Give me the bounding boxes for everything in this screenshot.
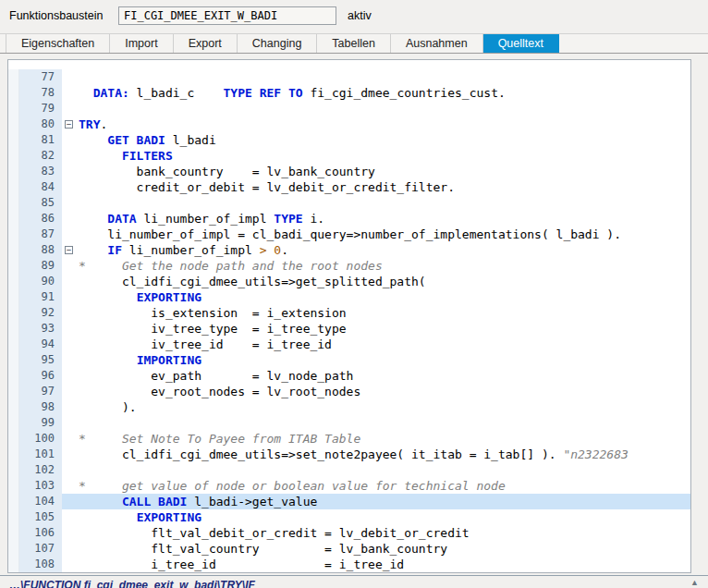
fold-collapse-icon[interactable]: −	[65, 246, 73, 254]
code-line-92[interactable]: 92 is_extension = i_extension	[8, 305, 690, 321]
line-number: 82	[19, 148, 62, 164]
fold-collapse-icon[interactable]: −	[65, 120, 73, 129]
tab-ausnahmen[interactable]: Ausnahmen	[391, 34, 483, 53]
line-number: 87	[19, 227, 62, 242]
tab-eigenschaften[interactable]: Eigenschaften	[6, 34, 110, 53]
fold-column	[62, 195, 79, 211]
code-line-79[interactable]: 79	[8, 101, 690, 116]
tab-tabellen[interactable]: Tabellen	[317, 34, 391, 53]
editor-left-margin	[8, 305, 19, 321]
line-number: 89	[19, 258, 62, 274]
code-line-96[interactable]: 96 ev_path = lv_node_path	[8, 368, 690, 384]
editor-left-margin	[8, 384, 19, 399]
code-line-93[interactable]: 93 iv_tree_type = i_tree_type	[8, 321, 690, 337]
line-number: 84	[19, 179, 62, 195]
line-number: 93	[19, 321, 62, 337]
code-text: CALL BADI l_badi->get_value	[79, 494, 690, 509]
code-line-103[interactable]: 103* get value of node or boolean value …	[8, 478, 690, 494]
code-line-88[interactable]: 88− IF li_number_of_impl > 0.	[8, 242, 690, 258]
code-line-91[interactable]: 91 EXPORTING	[8, 289, 690, 305]
function-module-label: Funktionsbaustein	[9, 9, 118, 22]
code-text: ev_root_nodes = lv_root_nodes	[79, 384, 690, 399]
fold-column: −	[62, 242, 79, 258]
code-text: * Get the node path and the root nodes	[79, 258, 690, 274]
editor-left-margin	[8, 494, 19, 509]
code-line-108[interactable]: 108 i_tree_id = i_tree_id	[8, 557, 690, 572]
line-number: 103	[19, 478, 62, 494]
code-text	[79, 101, 690, 116]
header-bar: Funktionsbaustein aktiv	[0, 0, 708, 31]
function-name-input[interactable]	[118, 6, 336, 25]
fold-column	[62, 321, 79, 337]
code-line-94[interactable]: 94 iv_tree_id = i_tree_id	[8, 337, 690, 352]
code-line-102[interactable]: 102	[8, 462, 690, 478]
code-line-81[interactable]: 81 GET BADI l_badi	[8, 132, 690, 148]
code-text: IMPORTING	[79, 352, 690, 368]
line-number: 100	[19, 431, 62, 447]
line-number: 104	[19, 494, 62, 509]
fold-column	[62, 258, 79, 274]
tab-import[interactable]: Import	[110, 34, 173, 53]
line-number: 106	[19, 525, 62, 541]
code-line-100[interactable]: 100* Set Note To Payee from ITAB Table	[8, 431, 690, 447]
code-line-82[interactable]: 82 FILTERS	[8, 148, 690, 164]
tab-export[interactable]: Export	[174, 34, 238, 53]
code-text: DATA: l_badi_c TYPE REF TO fi_cgi_dmee_c…	[79, 85, 690, 101]
line-number: 80	[19, 116, 62, 132]
abap-source-editor[interactable]: 7778 DATA: l_badi_c TYPE REF TO fi_cgi_d…	[7, 59, 691, 573]
code-line-105[interactable]: 105 EXPORTING	[8, 509, 690, 525]
editor-lines: 7778 DATA: l_badi_c TYPE REF TO fi_cgi_d…	[8, 69, 690, 572]
code-line-87[interactable]: 87 li_number_of_impl = cl_badi_query=>nu…	[8, 227, 690, 242]
fold-column	[62, 132, 79, 148]
line-number: 79	[19, 101, 62, 116]
code-line-84[interactable]: 84 credit_or_debit = lv_debit_or_credit_…	[8, 179, 690, 195]
fold-column	[62, 415, 79, 431]
line-number: 92	[19, 305, 62, 321]
code-line-80[interactable]: 80−TRY.	[8, 116, 690, 132]
code-line-90[interactable]: 90 cl_idfi_cgi_dmee_utils=>get_splitted_…	[8, 274, 690, 289]
code-line-99[interactable]: 99	[8, 415, 690, 431]
code-line-98[interactable]: 98 ).	[8, 399, 690, 415]
code-text: flt_val_debit_or_credit = lv_debit_or_cr…	[79, 525, 690, 541]
code-line-86[interactable]: 86 DATA li_number_of_impl TYPE i.	[8, 211, 690, 227]
editor-left-margin	[8, 289, 19, 305]
code-line-89[interactable]: 89* Get the node path and the root nodes	[8, 258, 690, 274]
code-line-104[interactable]: 104 CALL BADI l_badi->get_value	[8, 494, 690, 509]
code-line-95[interactable]: 95 IMPORTING	[8, 352, 690, 368]
scroll-up-icon[interactable]: ▲	[690, 578, 699, 587]
editor-left-margin	[8, 352, 19, 368]
line-number: 94	[19, 337, 62, 352]
code-text: i_tree_id = i_tree_id	[79, 557, 690, 572]
editor-left-margin	[8, 195, 19, 211]
code-text: cl_idfi_cgi_dmee_utils=>get_splitted_pat…	[79, 274, 690, 289]
fold-column	[62, 557, 79, 572]
tab-quelltext[interactable]: Quelltext	[483, 34, 559, 53]
line-number: 99	[19, 415, 62, 431]
tab-strip: EigenschaftenImportExportChangingTabelle…	[0, 33, 708, 54]
line-number: 96	[19, 368, 62, 384]
code-text: EXPORTING	[79, 289, 690, 305]
code-line-85[interactable]: 85	[8, 195, 690, 211]
tab-changing[interactable]: Changing	[238, 34, 318, 53]
code-line-83[interactable]: 83 bank_country = lv_bank_country	[8, 164, 690, 179]
editor-left-margin	[8, 321, 19, 337]
code-line-77[interactable]: 77	[8, 69, 690, 85]
code-line-97[interactable]: 97 ev_root_nodes = lv_root_nodes	[8, 384, 690, 399]
code-line-101[interactable]: 101 cl_idfi_cgi_dmee_utils=>set_note2pay…	[8, 447, 690, 462]
code-line-107[interactable]: 107 flt_val_country = lv_bank_country	[8, 541, 690, 557]
code-text	[79, 415, 690, 431]
editor-left-margin	[8, 431, 19, 447]
fold-column	[62, 101, 79, 116]
line-number: 81	[19, 132, 62, 148]
editor-left-margin	[8, 462, 19, 478]
editor-left-margin	[8, 132, 19, 148]
code-line-78[interactable]: 78 DATA: l_badi_c TYPE REF TO fi_cgi_dme…	[8, 85, 690, 101]
code-text: iv_tree_type = i_tree_type	[79, 321, 690, 337]
line-number: 98	[19, 399, 62, 415]
editor-left-margin	[8, 525, 19, 541]
code-text: flt_val_country = lv_bank_country	[79, 541, 690, 557]
editor-left-margin	[8, 509, 19, 525]
code-text	[79, 69, 690, 85]
editor-left-margin	[8, 101, 19, 116]
code-line-106[interactable]: 106 flt_val_debit_or_credit = lv_debit_o…	[8, 525, 690, 541]
